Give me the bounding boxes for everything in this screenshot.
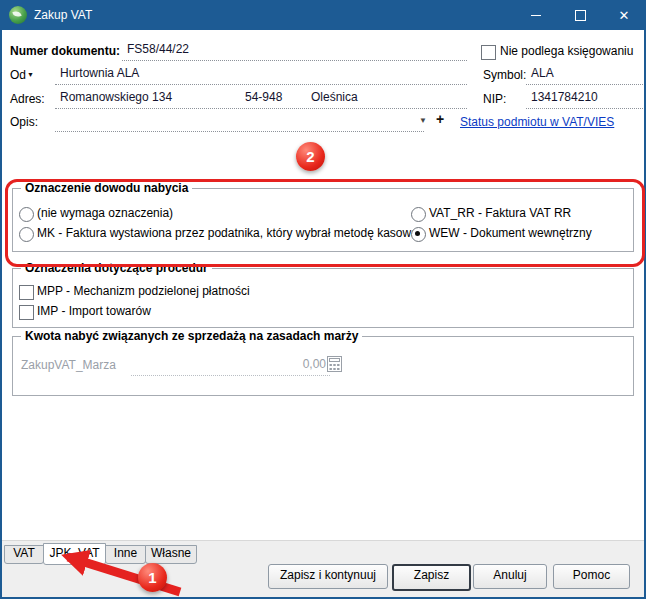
maximize-icon bbox=[575, 10, 586, 21]
tab-vat[interactable]: VAT bbox=[4, 545, 44, 564]
opis-field[interactable] bbox=[55, 112, 424, 132]
nie-podlega-label[interactable]: Nie podlega księgowaniu bbox=[500, 44, 633, 58]
group-procedury: Oznaczenia dotyczące procedur MPP - Mech… bbox=[12, 268, 634, 328]
tab-jpk-vat[interactable]: JPK_VAT bbox=[43, 543, 106, 565]
symbol-label: Symbol: bbox=[483, 68, 526, 82]
anuluj-button[interactable]: Anuluj bbox=[473, 564, 547, 589]
status-vat-vies-link[interactable]: Status podmiotu w VAT/VIES bbox=[460, 115, 614, 129]
nie-podlega-checkbox[interactable] bbox=[481, 45, 496, 60]
group-marza: Kwota nabyć związanych ze sprzedażą na z… bbox=[12, 336, 634, 396]
zapisz-button[interactable]: Zapisz bbox=[392, 564, 471, 591]
radio-nie-wymaga[interactable] bbox=[19, 207, 34, 222]
od-label[interactable]: Od bbox=[10, 68, 26, 82]
zapisz-i-kontynuuj-button[interactable]: Zapisz i kontynuuj bbox=[268, 564, 388, 589]
tab-wlasne[interactable]: Własne bbox=[145, 545, 197, 564]
annotation-step-2-badge: 2 bbox=[296, 142, 325, 171]
close-icon: ✕ bbox=[619, 8, 630, 23]
adres-ulica-field[interactable]: Romanowskiego 134 bbox=[55, 89, 241, 109]
maximize-button[interactable] bbox=[558, 0, 602, 30]
adres-label: Adres: bbox=[10, 92, 45, 106]
mpp-checkbox[interactable] bbox=[19, 285, 34, 300]
radio-wew-label[interactable]: WEW - Dokument wewnętrzny bbox=[429, 226, 592, 240]
radio-vat-rr-label[interactable]: VAT_RR - Faktura VAT RR bbox=[429, 206, 571, 220]
zakup-vat-dialog: Zakup VAT ✕ Numer dokumentu: FS58/44/22 … bbox=[0, 0, 646, 599]
app-icon bbox=[9, 6, 27, 24]
group-oznaczenie-dowodu: Oznaczenie dowodu nabycia (nie wymaga oz… bbox=[12, 188, 634, 252]
nip-label: NIP: bbox=[483, 92, 506, 106]
titlebar: Zakup VAT ✕ bbox=[0, 0, 646, 30]
imp-checkbox[interactable] bbox=[19, 305, 34, 320]
numer-dokumentu-label: Numer dokumentu: bbox=[10, 44, 120, 58]
opis-dropdown-icon[interactable]: ▼ bbox=[419, 116, 427, 125]
group-oznaczenie-dowodu-title: Oznaczenie dowodu nabycia bbox=[21, 181, 192, 195]
calculator-icon bbox=[327, 356, 342, 375]
tab-inne[interactable]: Inne bbox=[105, 545, 146, 564]
adres-miasto-field[interactable]: Oleśnica bbox=[306, 89, 467, 109]
radio-mk[interactable] bbox=[19, 227, 34, 242]
od-dropdown-icon[interactable]: ▼ bbox=[27, 71, 34, 78]
numer-dokumentu-field[interactable]: FS58/44/22 bbox=[122, 41, 467, 61]
zakupvat-marza-label: ZakupVAT_Marza bbox=[21, 358, 116, 372]
radio-nie-wymaga-label[interactable]: (nie wymaga oznaczenia) bbox=[37, 206, 173, 220]
annotation-step-1-badge: 1 bbox=[138, 563, 167, 592]
radio-mk-label[interactable]: MK - Faktura wystawiona przez podatnika,… bbox=[37, 226, 418, 240]
symbol-field[interactable]: ALA bbox=[526, 65, 646, 85]
pomoc-button[interactable]: Pomoc bbox=[553, 564, 630, 589]
group-procedury-title: Oznaczenia dotyczące procedur bbox=[21, 261, 212, 275]
zakupvat-marza-field: 0,00 bbox=[131, 356, 330, 376]
opis-label: Opis: bbox=[10, 115, 38, 129]
adres-kod-field[interactable]: 54-948 bbox=[240, 89, 307, 109]
nip-field[interactable]: 1341784210 bbox=[526, 89, 646, 109]
kontrahent-field[interactable]: Hurtownia ALA bbox=[55, 65, 467, 85]
close-button[interactable]: ✕ bbox=[602, 0, 646, 30]
radio-wew[interactable] bbox=[411, 227, 426, 242]
imp-checkbox-label[interactable]: IMP - Import towarów bbox=[37, 304, 151, 318]
window-title: Zakup VAT bbox=[34, 8, 92, 22]
radio-vat-rr[interactable] bbox=[411, 207, 426, 222]
opis-add-icon[interactable]: + bbox=[436, 111, 444, 127]
group-marza-title: Kwota nabyć związanych ze sprzedażą na z… bbox=[21, 329, 362, 343]
minimize-button[interactable] bbox=[514, 0, 558, 30]
minimize-icon bbox=[531, 15, 541, 16]
mpp-checkbox-label[interactable]: MPP - Mechanizm podzielonej płatności bbox=[37, 284, 250, 298]
